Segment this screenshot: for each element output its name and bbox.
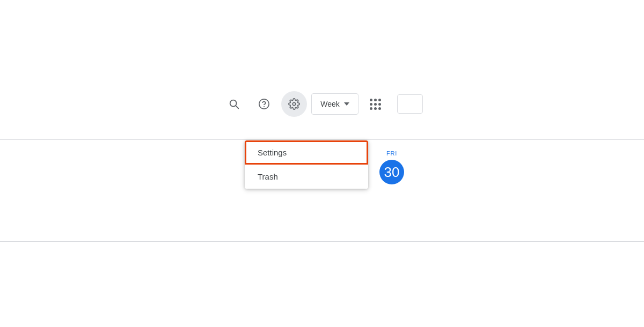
svg-point-2 [259, 99, 269, 109]
search-icon [228, 98, 240, 110]
help-button[interactable] [251, 91, 277, 117]
svg-line-1 [236, 106, 238, 108]
svg-point-4 [292, 102, 296, 106]
content-divider [0, 241, 644, 242]
header-divider [0, 139, 644, 140]
fri-label: FRI [386, 150, 397, 157]
cal-day-fri: FRI 30 [360, 150, 424, 184]
search-button[interactable] [221, 91, 247, 117]
settings-button[interactable] [281, 91, 307, 117]
trash-menu-item[interactable]: Trash [245, 165, 368, 189]
chevron-down-icon [344, 102, 349, 106]
avatar[interactable] [397, 94, 423, 114]
fri-number: 30 [379, 160, 404, 184]
view-selector[interactable]: Week [311, 93, 358, 115]
gear-icon [288, 98, 300, 110]
settings-dropdown: Settings Trash [245, 140, 368, 189]
svg-point-3 [264, 106, 265, 107]
help-icon [258, 98, 270, 110]
settings-menu-item[interactable]: Settings [245, 140, 368, 165]
toolbar: Week [0, 91, 644, 117]
view-label: Week [320, 100, 340, 108]
grid-dots-icon [370, 99, 381, 110]
apps-button[interactable] [363, 91, 389, 117]
